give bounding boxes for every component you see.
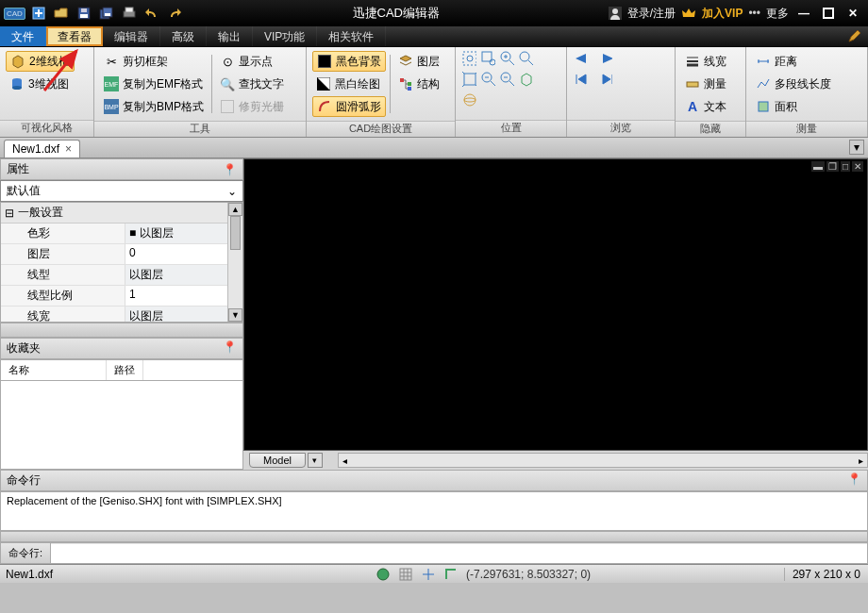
nav-last-icon[interactable] — [597, 72, 612, 87]
canvas-close-icon[interactable]: ✕ — [852, 161, 863, 172]
zoom-extents-icon[interactable] — [461, 72, 476, 87]
bw-icon — [316, 76, 331, 91]
canvas-max-icon[interactable]: □ — [841, 161, 850, 172]
canvas-restore-icon[interactable]: ❐ — [826, 161, 839, 172]
btn-show-points[interactable]: ⊙显示点 — [216, 51, 288, 72]
properties-combo[interactable]: 默认值⌄ — [0, 180, 243, 202]
btn-distance[interactable]: 距离 — [752, 51, 835, 72]
scroll-left-icon[interactable]: ◂ — [339, 456, 352, 466]
svg-rect-19 — [463, 52, 476, 65]
close-tab-icon[interactable]: × — [65, 142, 72, 156]
status-ortho-icon[interactable] — [443, 567, 459, 582]
zoom-prev-icon[interactable] — [480, 72, 495, 87]
btn-find-text[interactable]: 🔍查找文字 — [216, 74, 288, 94]
status-grid-icon[interactable] — [398, 567, 413, 582]
menu-related[interactable]: 相关软件 — [317, 26, 386, 46]
menu-viewer[interactable]: 查看器 — [46, 26, 103, 46]
scroll-right-icon[interactable]: ▸ — [854, 456, 867, 466]
btn-copy-bmp[interactable]: BMP复制为BMP格式 — [100, 96, 208, 117]
undo-icon[interactable] — [142, 4, 161, 23]
prop-row[interactable]: 线型比例1 — [1, 286, 242, 306]
vip-link[interactable]: 加入VIP — [702, 6, 743, 22]
prop-row[interactable]: 线型以图层 — [1, 265, 242, 286]
prop-row[interactable]: 线宽以图层 — [1, 306, 242, 323]
redo-icon[interactable] — [165, 4, 184, 23]
btn-measure-h[interactable]: 测量 — [681, 74, 730, 94]
model-tab[interactable]: Model — [249, 453, 306, 468]
btn-black-bg[interactable]: 黑色背景 — [312, 51, 386, 72]
menu-vip[interactable]: VIP功能 — [253, 26, 317, 46]
viewcube-icon[interactable] — [518, 72, 533, 87]
fav-col-name[interactable]: 名称 — [1, 360, 107, 380]
svg-point-32 — [377, 569, 389, 580]
document-tab[interactable]: New1.dxf × — [4, 140, 80, 157]
menu-file[interactable]: 文件 — [0, 26, 46, 46]
btn-structure[interactable]: 结构 — [394, 74, 443, 94]
nav-next-icon[interactable] — [597, 51, 612, 66]
print-icon[interactable] — [120, 4, 139, 23]
btn-2d-wireframe[interactable]: 2维线框 — [6, 51, 75, 72]
canvas-min-icon[interactable]: ▬ — [811, 161, 825, 172]
menu-advanced[interactable]: 高级 — [160, 26, 207, 46]
more-dots-icon: ••• — [748, 7, 760, 20]
h-scrollbar[interactable]: ◂ ▸ — [338, 453, 868, 468]
left-panel: 属性 📍 默认值⌄ ⊟一般设置 色彩■ 以图层 图层0 线型以图层 线型比例1 … — [0, 158, 243, 470]
drawing-canvas[interactable]: ▬ ❐ □ ✕ — [243, 158, 868, 451]
tab-dropdown[interactable]: ▾ — [849, 140, 864, 155]
btn-copy-emf[interactable]: EMF复制为EMF格式 — [100, 74, 208, 94]
document-tab-label: New1.dxf — [12, 142, 59, 156]
btn-text-h[interactable]: A文本 — [681, 96, 730, 117]
maximize-button[interactable] — [819, 4, 838, 23]
group-cad-settings: CAD绘图设置 — [307, 121, 455, 137]
nav-first-icon[interactable] — [573, 72, 588, 87]
close-button[interactable]: ✕ — [843, 4, 862, 23]
user-icon[interactable] — [609, 7, 622, 20]
zoom-realtime-icon[interactable] — [518, 51, 533, 66]
cmd-splitter[interactable] — [0, 531, 868, 542]
open-icon[interactable] — [52, 4, 71, 23]
btn-3d-view[interactable]: 3维视图 — [6, 74, 75, 94]
fav-col-path[interactable]: 路径 — [107, 360, 143, 380]
status-coords: (-7.297631; 8.503327; 0) — [466, 568, 591, 581]
menu-editor[interactable]: 编辑器 — [103, 26, 160, 46]
prop-scrollbar[interactable]: ▲ ▼ — [227, 203, 242, 322]
btn-area[interactable]: 面积 — [752, 96, 835, 117]
collapse-icon: ⊟ — [5, 207, 14, 220]
btn-lineweight[interactable]: 线宽 — [681, 51, 730, 72]
prop-section[interactable]: ⊟一般设置 — [1, 203, 242, 224]
zoom-out-icon[interactable] — [499, 72, 514, 87]
prop-row[interactable]: 色彩■ 以图层 — [1, 224, 242, 244]
scroll-thumb[interactable] — [230, 216, 241, 250]
ruler-icon — [685, 76, 700, 91]
zoom-in-icon[interactable] — [499, 51, 514, 66]
save-icon[interactable] — [75, 4, 93, 23]
btn-layers[interactable]: 图层 — [394, 51, 443, 72]
login-link[interactable]: 登录/注册 — [627, 6, 676, 22]
zoom-window-icon[interactable] — [480, 51, 495, 66]
saveall-icon[interactable] — [97, 4, 116, 23]
zoom-fit-icon[interactable] — [461, 51, 476, 66]
btn-smooth-arc[interactable]: 圆滑弧形 — [312, 96, 386, 117]
layout-dropdown[interactable]: ▾ — [308, 453, 323, 468]
pin-icon[interactable]: 📍 — [223, 340, 237, 356]
orbit-icon[interactable] — [461, 92, 476, 108]
pin-icon[interactable]: 📍 — [847, 472, 861, 489]
menu-output[interactable]: 输出 — [207, 26, 253, 46]
new-icon[interactable] — [29, 4, 48, 23]
scroll-up-icon[interactable]: ▲ — [228, 203, 242, 216]
btn-bw-draw[interactable]: 黑白绘图 — [312, 74, 386, 94]
scroll-down-icon[interactable]: ▼ — [228, 308, 242, 322]
btn-trim-raster[interactable]: 修剪光栅 — [216, 96, 288, 117]
status-snap-icon[interactable] — [421, 567, 436, 582]
splitter[interactable] — [0, 323, 243, 338]
status-globe-icon[interactable] — [376, 567, 391, 582]
more-link[interactable]: 更多 — [766, 6, 789, 22]
pin-icon[interactable]: 📍 — [223, 163, 237, 176]
nav-prev-icon[interactable] — [573, 51, 588, 66]
customize-icon[interactable] — [847, 28, 862, 43]
command-input[interactable] — [51, 544, 867, 563]
prop-row[interactable]: 图层0 — [1, 244, 242, 265]
btn-polyline-len[interactable]: 多段线长度 — [752, 74, 835, 94]
minimize-button[interactable]: — — [794, 4, 813, 23]
btn-clip-frame[interactable]: ✂剪切框架 — [100, 51, 208, 72]
